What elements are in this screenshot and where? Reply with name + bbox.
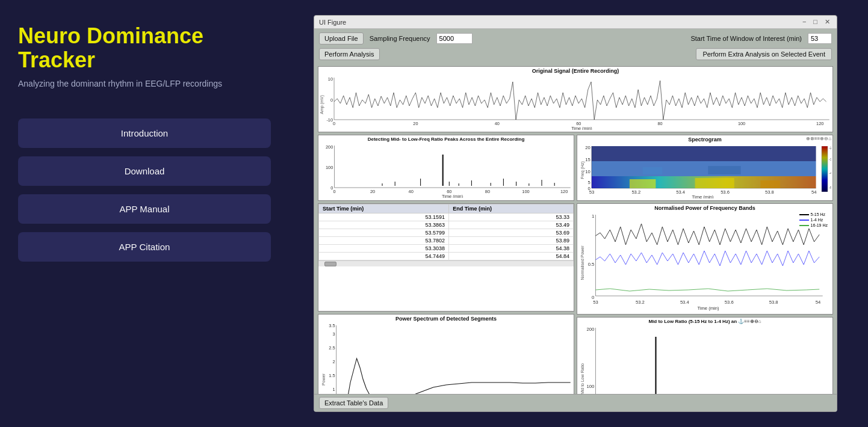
- svg-text:53.8: 53.8: [769, 300, 778, 305]
- svg-text:100: 100: [522, 189, 529, 194]
- svg-rect-49: [592, 161, 816, 176]
- scroll-thumb[interactable]: [324, 262, 336, 266]
- sampling-freq-input[interactable]: [436, 33, 473, 44]
- mid-low-ratio-panel: Detecting Mid- to Low-Freq Ratio Peaks A…: [318, 135, 574, 201]
- svg-rect-51: [630, 179, 656, 188]
- svg-text:1.5: 1.5: [329, 373, 335, 378]
- app-subtitle: Analyzing the dominant rhythm in EEG/LFP…: [18, 79, 271, 88]
- ui-figure: UI Figure − □ ✕ Upload File Sampling Fre…: [314, 15, 837, 412]
- minimize-btn[interactable]: −: [801, 18, 808, 26]
- svg-text:-10: -10: [326, 118, 333, 123]
- svg-text:0.5: 0.5: [588, 262, 595, 267]
- svg-text:20: 20: [413, 121, 418, 126]
- svg-text:Normalised Power: Normalised Power: [580, 245, 585, 280]
- bottom-right: Normalised Power of Frequency Bands 5-15…: [577, 203, 833, 394]
- table-cell: 53.3863: [319, 221, 449, 229]
- toolbar-row1: Upload File Sampling Frequency Start Tim…: [314, 29, 837, 48]
- svg-text:54: 54: [811, 189, 816, 195]
- svg-text:2: 2: [332, 359, 335, 364]
- svg-text:Time (min): Time (min): [571, 126, 592, 130]
- table-row: 53.303854.38: [319, 245, 574, 253]
- svg-text:2.5: 2.5: [329, 345, 335, 351]
- svg-text:40: 40: [409, 189, 414, 194]
- toolbar-row2: Perform Analysis Perform Extra Analysis …: [314, 48, 837, 64]
- svg-text:0: 0: [330, 98, 333, 103]
- sampling-freq-label: Sampling Frequency: [370, 35, 430, 42]
- table-cell: 54.38: [449, 245, 574, 253]
- start-time-input[interactable]: [808, 33, 832, 44]
- spectrogram-title: Spectrogram: [577, 135, 832, 143]
- svg-rect-55: [708, 166, 740, 174]
- main-content: UI Figure − □ ✕ Upload File Sampling Fre…: [289, 0, 868, 427]
- table-cell: 53.3038: [319, 245, 449, 253]
- upload-file-btn[interactable]: Upload File: [319, 32, 364, 45]
- mid-low-ratio-window-title: Mid to Low Ratio (5-15 Hz to 1-4 Hz) an …: [577, 318, 832, 325]
- sidebar: Neuro Dominance Tracker Analyzing the do…: [0, 0, 289, 427]
- original-signal-title: Original Signal (Entire Recording): [318, 67, 832, 75]
- svg-rect-54: [643, 167, 663, 174]
- table-scrollbar[interactable]: [318, 260, 574, 266]
- svg-text:53.6: 53.6: [721, 189, 730, 195]
- extra-analysis-btn[interactable]: Perform Extra Analysis on Selected Event: [696, 48, 832, 60]
- mid-low-ratio-window-svg: Mid to Low Ratio 0 100 200 53 53.2 53.4 …: [577, 325, 832, 394]
- window-controls: − □ ✕: [801, 18, 832, 26]
- table-panel: Start Time (min) End Time (min) 53.15915…: [318, 203, 574, 312]
- table-cell: 53.69: [449, 229, 574, 237]
- normalised-power-legend: 5-15 Hz 1-4 Hz 16-19 Hz: [799, 212, 828, 227]
- power-spectrum-svg: Power 0 0.5 1 1.5 2 2.5 3 3.5 5: [318, 322, 574, 394]
- table-cell: 53.33: [449, 214, 574, 221]
- svg-rect-63: [822, 146, 828, 192]
- svg-rect-53: [760, 180, 780, 188]
- extract-table-btn[interactable]: Extract Table's Data: [319, 397, 388, 409]
- spectrogram-icons: ⊕⊗≡≡⊕⊖⌂: [806, 136, 831, 141]
- svg-text:Time (min): Time (min): [697, 306, 719, 311]
- svg-text:53.6: 53.6: [725, 300, 734, 305]
- mid-low-ratio-title: Detecting Mid- to Low-Freq Ratio Peaks A…: [318, 135, 574, 143]
- nav-btn-download[interactable]: Download: [18, 156, 271, 186]
- svg-text:100: 100: [738, 121, 745, 126]
- svg-rect-50: [592, 146, 816, 161]
- table-cell: 53.1591: [319, 214, 449, 221]
- svg-text:0: 0: [333, 189, 335, 194]
- svg-text:20: 20: [370, 189, 375, 194]
- svg-text:100: 100: [587, 384, 595, 389]
- svg-text:1: 1: [592, 214, 594, 219]
- svg-text:5: 5: [588, 180, 591, 185]
- power-spectrum-title: Power Spectrum of Detected Segments: [318, 315, 574, 322]
- power-spectrum-panel: Power Spectrum of Detected Segments Powe…: [318, 314, 574, 394]
- svg-text:10: 10: [585, 169, 590, 174]
- svg-text:60: 60: [576, 121, 581, 126]
- svg-text:53.4: 53.4: [676, 189, 685, 195]
- table-row: 53.159153.33: [319, 214, 574, 221]
- svg-text:120: 120: [816, 121, 823, 126]
- table-cell: 53.5799: [319, 229, 449, 237]
- close-btn[interactable]: ✕: [823, 18, 832, 26]
- svg-text:-20: -20: [829, 146, 831, 150]
- svg-text:53.4: 53.4: [680, 300, 689, 305]
- table-cell: 53.49: [449, 221, 574, 229]
- svg-text:100: 100: [326, 165, 333, 170]
- svg-text:53.2: 53.2: [631, 189, 640, 195]
- nav-btn-app-citation[interactable]: APP Citation: [18, 232, 271, 262]
- svg-text:-50: -50: [829, 186, 831, 189]
- svg-rect-52: [695, 178, 734, 188]
- perform-analysis-btn[interactable]: Perform Analysis: [319, 48, 380, 60]
- svg-text:10: 10: [328, 77, 333, 82]
- table-row: 54.744954.84: [319, 253, 574, 260]
- svg-text:40: 40: [495, 121, 500, 126]
- svg-text:53: 53: [589, 189, 594, 195]
- nav-btn-app-manual[interactable]: APP Manual: [18, 194, 271, 224]
- svg-text:Mid to Low Ratio: Mid to Low Ratio: [580, 363, 585, 394]
- svg-text:53: 53: [593, 300, 598, 305]
- svg-text:53.8: 53.8: [765, 189, 774, 195]
- maximize-btn[interactable]: □: [811, 18, 819, 26]
- svg-text:3.5: 3.5: [329, 323, 335, 328]
- mid-low-ratio-window-panel: Mid to Low Ratio (5-15 Hz to 1-4 Hz) an …: [577, 317, 833, 394]
- nav-btn-introduction[interactable]: Introduction: [18, 118, 271, 148]
- mid-low-ratio-svg: 200 100 0 0 20 40 60 80 100 120 Time (mi…: [318, 143, 574, 198]
- svg-text:54: 54: [816, 300, 820, 305]
- table-cell: 54.84: [449, 253, 574, 260]
- svg-text:Time (min): Time (min): [692, 194, 714, 198]
- start-time-label: Start Time of Window of Interest (min): [690, 35, 802, 42]
- svg-text:0: 0: [333, 121, 335, 126]
